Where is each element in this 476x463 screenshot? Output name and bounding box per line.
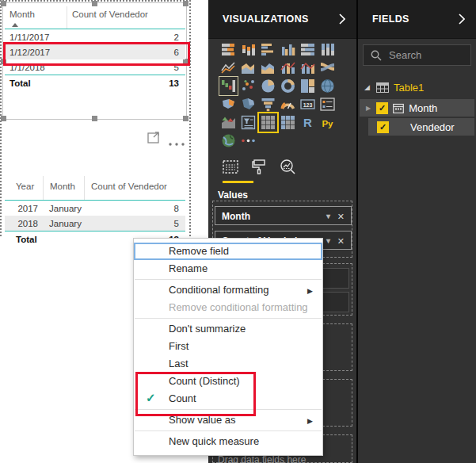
expanded-triangle-icon[interactable]: ◢ [364,83,370,91]
arcgis-map-icon[interactable] [221,133,236,148]
field-name[interactable]: Month [409,102,437,114]
search-input[interactable] [387,48,470,62]
waterfall-chart-icon[interactable] [221,78,236,94]
shape-map-icon[interactable] [241,97,256,112]
column-header[interactable]: Month [43,176,84,200]
menu-item-remove-field[interactable]: Remove field [134,243,322,260]
table-icon[interactable] [261,115,276,130]
table-icon [376,82,389,93]
tab-format[interactable] [249,158,268,175]
column-header[interactable]: Count of Vendedor [84,176,185,200]
line-chart-icon[interactable] [221,60,236,75]
clustered-column-chart-icon[interactable] [280,42,295,57]
submenu-arrow-icon: ▶ [307,412,313,430]
remove-field-icon[interactable]: ✕ [337,232,345,251]
python-visual-icon[interactable]: Py [320,115,335,130]
menu-item-rename[interactable]: Rename [134,260,322,277]
r-script-visual-icon[interactable]: R [300,115,315,130]
ribbon-chart-icon[interactable] [320,60,335,75]
stacked-bar-chart-icon[interactable] [221,42,236,57]
kpi-icon[interactable] [221,115,236,130]
pane-tabs [221,158,297,175]
filled-map-icon[interactable] [221,97,236,112]
column-header[interactable]: Count of Vendedor [67,6,185,29]
menu-item-new-quick-measure[interactable]: New quick measure [134,433,322,450]
checkbox-checked[interactable]: ✓ [377,121,389,133]
treemap-icon[interactable] [300,78,315,94]
field-name[interactable]: Vendedor [410,121,455,133]
table-row[interactable]: 2017 January 8 [5,201,185,216]
menu-item-remove-conditional-formatting: Remove conditional formatting [134,299,322,316]
svg-text:R: R [303,116,312,129]
matrix-icon[interactable] [280,115,295,130]
menu-item-last[interactable]: Last [134,355,322,373]
table-node-table1[interactable]: ◢ Table1 [364,78,424,96]
field-pill-month[interactable]: Month ▾ ✕ [215,206,352,225]
resize-handle[interactable] [1,1,6,6]
table-visual-2[interactable]: Year Month Count of Vendedor 2017 Januar… [5,176,185,247]
slicer-icon[interactable] [241,115,256,130]
red-highlight-row-annotation [3,42,190,66]
100-stacked-column-chart-icon[interactable] [320,42,335,57]
line-and-stacked-column-chart-icon[interactable] [280,60,295,75]
collapse-pane-icon[interactable] [459,13,465,28]
multi-row-card-icon[interactable] [320,97,335,112]
pie-chart-icon[interactable] [261,78,276,94]
menu-separator [135,279,322,280]
fields-pane-header: FIELDS [358,0,476,39]
resize-handle[interactable] [1,116,6,121]
menu-separator [135,318,322,319]
resize-handle[interactable] [183,116,188,121]
resize-handle[interactable] [92,1,97,6]
fields-pane-title: FIELDS [372,13,409,25]
area-chart-icon[interactable] [241,60,256,75]
expand-triangle-icon[interactable]: ▶ [366,105,371,112]
search-icon [371,50,382,61]
svg-text:123: 123 [303,102,313,108]
menu-item-conditional-formatting[interactable]: Conditional formatting▶ [134,281,322,299]
card-icon[interactable]: 123 [300,97,315,112]
field-row-month[interactable]: ▶ ✓ Month [360,99,474,117]
chevron-down-icon[interactable]: ▾ [326,232,330,251]
resize-handle[interactable] [183,1,188,6]
menu-item-dont-summarize[interactable]: Don't summarize [134,320,322,338]
tab-analytics[interactable] [278,158,297,175]
checkbox-checked[interactable]: ✓ [376,102,388,114]
table-row[interactable]: 2018 January 5 [5,216,185,231]
focus-mode-icon[interactable] [147,131,161,144]
red-highlight-count-annotation [135,372,256,416]
field-search-box[interactable] [363,44,471,66]
clustered-bar-chart-icon[interactable] [261,42,276,57]
field-context-menu: Remove field Rename Conditional formatti… [133,238,323,456]
chevron-down-icon[interactable]: ▾ [326,207,330,226]
column-header[interactable]: Year [5,176,43,200]
fields-pane: FIELDS ◢ Table1 ▶ ✓ [358,0,476,463]
more-options-icon[interactable] [168,136,187,150]
scatter-chart-icon[interactable] [241,78,256,94]
100-stacked-bar-chart-icon[interactable] [300,42,315,57]
remove-field-icon[interactable]: ✕ [337,207,345,226]
field-pill-label: Month [222,211,250,222]
gauge-icon[interactable] [280,97,295,112]
donut-chart-icon[interactable] [280,78,295,94]
svg-text:Py: Py [322,119,333,128]
visualizations-pane-header: VISUALIZATIONS [208,0,356,39]
stacked-area-chart-icon[interactable] [261,60,276,75]
resize-handle[interactable] [92,116,97,121]
values-section-label: Values [218,189,248,201]
table-name[interactable]: Table1 [394,82,424,94]
selected-tab-indicator [223,181,253,183]
menu-separator [135,430,322,431]
submenu-arrow-icon: ▶ [307,282,313,300]
field-row-vendedor[interactable]: ✓ Vendedor [368,118,474,136]
visualization-gallery: 123RPy [221,42,345,148]
calendar-icon [393,103,404,113]
line-and-clustered-column-chart-icon[interactable] [300,60,315,75]
menu-item-first[interactable]: First [134,338,322,355]
stacked-column-chart-icon[interactable] [241,42,256,57]
tab-fields[interactable] [221,158,240,175]
funnel-chart-icon[interactable] [261,97,276,112]
map-icon[interactable] [320,78,335,94]
collapse-pane-icon[interactable] [339,13,345,28]
more-visuals-icon[interactable] [241,133,256,148]
